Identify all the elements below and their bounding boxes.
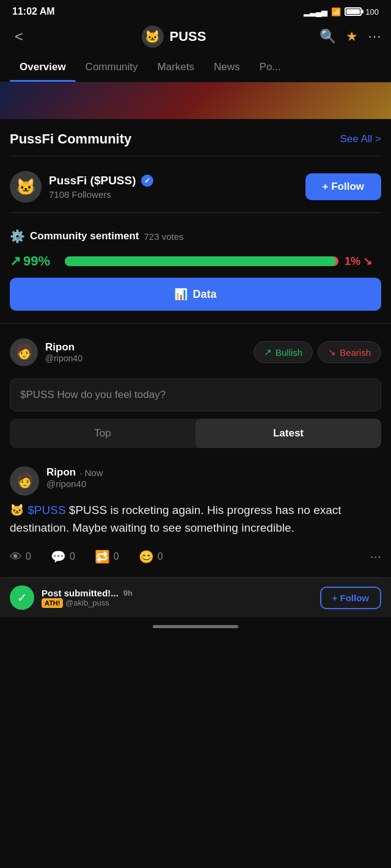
bottom-bar: ✓ Post submitted!... 9h ATH! @akib_puss … bbox=[0, 577, 391, 617]
bullish-button[interactable]: ↗ Bullish bbox=[254, 341, 313, 363]
tab-markets[interactable]: Markets bbox=[148, 52, 204, 82]
home-indicator bbox=[0, 617, 391, 635]
community-account-row: 🐱 PussFi ($PUSS) ✓ 7108 Followers + Foll… bbox=[10, 165, 381, 212]
post-item-name: Ripon bbox=[46, 466, 76, 479]
retweet-action[interactable]: 🔁 0 bbox=[95, 549, 119, 564]
post-username: Ripon bbox=[45, 341, 246, 353]
bearish-arrow-icon: ↘ bbox=[363, 255, 372, 268]
sentiment-bar-row: ↗ 99% 1% ↘ bbox=[10, 250, 381, 278]
reaction-icon: 😊 bbox=[139, 549, 154, 564]
bottom-handle: @akib_puss bbox=[65, 598, 109, 607]
comments-icon: 💬 bbox=[51, 549, 66, 564]
post-item-meta: Ripon · Now @ripon40 bbox=[46, 466, 381, 489]
post-handle: @ripon40 bbox=[45, 353, 246, 363]
tabs-row: Overview Community Markets News Po... bbox=[0, 52, 391, 82]
tab-news[interactable]: News bbox=[204, 52, 250, 82]
bearish-percentage: 1% ↘ bbox=[345, 255, 381, 268]
post-content: 🐱 $PUSS $PUSS is rocketing again. His pr… bbox=[10, 502, 381, 537]
post-header: 🧑 Ripon @ripon40 ↗ Bullish ↘ Bearish bbox=[10, 333, 381, 371]
post-user-avatar: 🧑 bbox=[10, 338, 38, 366]
retweet-icon: 🔁 bbox=[95, 549, 110, 564]
ath-badge: ATH! bbox=[42, 598, 63, 608]
account-name: PussFi ($PUSS) bbox=[49, 174, 136, 187]
section-divider bbox=[0, 323, 391, 324]
comments-count: 0 bbox=[70, 551, 75, 562]
account-followers: 7108 Followers bbox=[49, 189, 298, 200]
data-button[interactable]: 📊 Data bbox=[10, 278, 381, 311]
follow-community-button[interactable]: + Follow bbox=[305, 173, 381, 200]
post-actions: 👁 0 💬 0 🔁 0 😊 0 ··· bbox=[10, 545, 381, 568]
tab-overview[interactable]: Overview bbox=[10, 52, 76, 82]
post-item: 🧑 Ripon · Now @ripon40 🐱 $PUSS $PUSS is … bbox=[10, 458, 381, 577]
tab-latest[interactable]: Latest bbox=[196, 419, 381, 448]
views-action[interactable]: 👁 0 bbox=[10, 550, 31, 564]
post-item-header: 🧑 Ripon · Now @ripon40 bbox=[10, 466, 381, 496]
reaction-count: 0 bbox=[158, 551, 163, 562]
nav-title-area: 🐱 PUSS bbox=[35, 26, 312, 48]
check-icon: ✓ bbox=[17, 590, 27, 605]
main-content: PussFi Community See All > 🐱 PussFi ($PU… bbox=[0, 119, 391, 311]
battery-pct: 100 bbox=[365, 7, 379, 16]
bottom-avatar: ✓ bbox=[10, 585, 34, 610]
post-user-info: Ripon @ripon40 bbox=[45, 341, 246, 363]
nav-actions: 🔍 ★ ⋯ bbox=[320, 29, 381, 45]
bottom-time: 9h bbox=[123, 588, 133, 598]
post-mention[interactable]: $PUSS bbox=[27, 504, 65, 516]
bearish-icon: ↘ bbox=[328, 347, 336, 358]
bottom-follow-button[interactable]: + Follow bbox=[320, 587, 381, 609]
wifi-icon: 📶 bbox=[331, 7, 341, 16]
bottom-title: Post submitted!... 9h bbox=[42, 588, 313, 598]
status-bar: 11:02 AM ▂▃▄▅ 📶 100 bbox=[0, 0, 391, 21]
banner-image bbox=[0, 82, 391, 119]
sentiment-label: Community sentiment bbox=[30, 230, 139, 242]
tab-more[interactable]: Po... bbox=[250, 52, 291, 82]
favorite-button[interactable]: ★ bbox=[346, 29, 358, 45]
retweet-count: 0 bbox=[114, 551, 119, 562]
post-item-name-row: Ripon · Now bbox=[46, 466, 381, 479]
sentiment-bar-fill bbox=[65, 256, 336, 266]
back-button[interactable]: < bbox=[10, 26, 28, 48]
reaction-action[interactable]: 😊 0 bbox=[139, 549, 163, 564]
bottom-subtitle: ATH! @akib_puss bbox=[42, 598, 313, 607]
sentiment-votes: 723 votes bbox=[144, 231, 184, 242]
post-more-button[interactable]: ··· bbox=[370, 549, 381, 565]
account-info: PussFi ($PUSS) ✓ 7108 Followers bbox=[49, 174, 298, 200]
sentiment-buttons: ↗ Bullish ↘ Bearish bbox=[254, 341, 381, 363]
search-button[interactable]: 🔍 bbox=[320, 29, 336, 45]
nav-title: PUSS bbox=[170, 29, 206, 45]
views-icon: 👁 bbox=[10, 550, 22, 564]
verified-badge: ✓ bbox=[141, 175, 153, 187]
tab-community[interactable]: Community bbox=[76, 52, 148, 82]
views-count: 0 bbox=[26, 551, 31, 562]
sentiment-gauge-icon: ⚙️ bbox=[10, 229, 25, 244]
home-bar bbox=[153, 625, 238, 628]
account-avatar: 🐱 bbox=[10, 171, 42, 203]
feeling-input[interactable]: $PUSS How do you feel today? bbox=[10, 378, 381, 411]
battery-icon bbox=[345, 7, 362, 16]
bearish-button[interactable]: ↘ Bearish bbox=[318, 341, 381, 363]
account-name-row: PussFi ($PUSS) ✓ bbox=[49, 174, 298, 187]
share-button[interactable]: ⋯ bbox=[368, 29, 381, 45]
bullish-arrow-icon: ↗ bbox=[10, 253, 21, 269]
section-header: PussFi Community See All > bbox=[10, 119, 381, 156]
signal-icon: ▂▃▄▅ bbox=[304, 7, 327, 16]
post-emoji-icon: 🐱 bbox=[10, 504, 27, 516]
divider bbox=[10, 156, 381, 156]
post-item-handle: @ripon40 bbox=[46, 479, 381, 489]
bullish-percentage: ↗ 99% bbox=[10, 253, 59, 269]
sub-tabs: Top Latest bbox=[10, 419, 381, 448]
post-item-avatar: 🧑 bbox=[10, 466, 39, 496]
data-chart-icon: 📊 bbox=[174, 288, 188, 301]
bullish-icon: ↗ bbox=[264, 347, 272, 358]
bottom-text: Post submitted!... 9h ATH! @akib_puss bbox=[42, 588, 313, 607]
post-area: 🧑 Ripon @ripon40 ↗ Bullish ↘ Bearish $PU… bbox=[0, 333, 391, 577]
tab-top[interactable]: Top bbox=[10, 419, 196, 448]
divider-2 bbox=[10, 212, 381, 213]
status-time: 11:02 AM bbox=[12, 6, 55, 17]
sentiment-bar bbox=[65, 256, 338, 266]
sentiment-row: ⚙️ Community sentiment 723 votes bbox=[10, 222, 381, 250]
section-title: PussFi Community bbox=[10, 131, 131, 147]
post-item-time: · Now bbox=[79, 468, 103, 478]
see-all-button[interactable]: See All > bbox=[340, 133, 381, 145]
comments-action[interactable]: 💬 0 bbox=[51, 549, 75, 564]
